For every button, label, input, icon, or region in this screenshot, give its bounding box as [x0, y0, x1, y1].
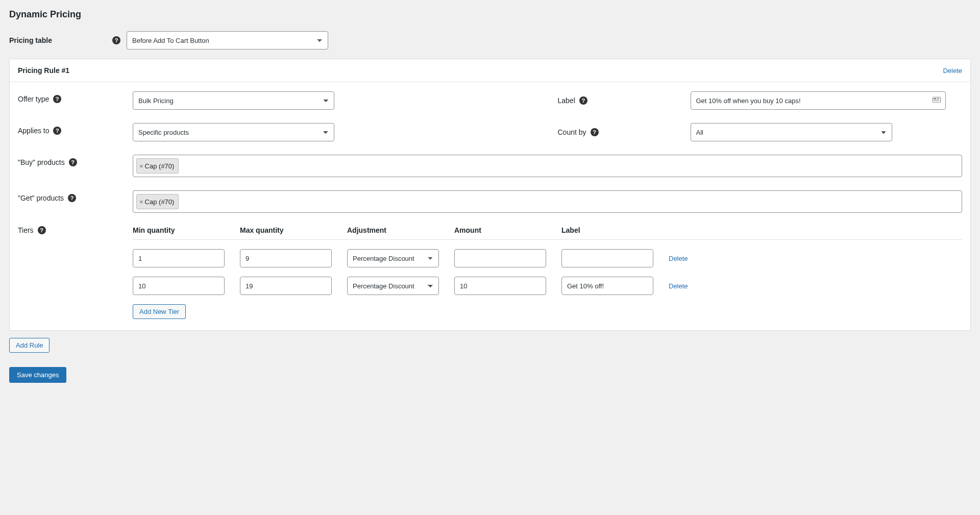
- rule-label-input[interactable]: [691, 91, 946, 110]
- buy-products-label: "Buy" products ?: [18, 155, 133, 166]
- tier-amount-input[interactable]: [454, 277, 546, 295]
- offer-type-select[interactable]: Bulk Pricing: [133, 91, 334, 110]
- tier-col-amount: Amount: [454, 226, 561, 234]
- tiers-label: Tiers ?: [18, 226, 133, 234]
- tier-adj-select[interactable]: Percentage Discount: [347, 277, 439, 295]
- card-icon: [933, 97, 941, 105]
- add-rule-button[interactable]: Add Rule: [9, 338, 50, 353]
- tier-min-input[interactable]: [133, 277, 225, 295]
- add-tier-button[interactable]: Add New Tier: [133, 304, 186, 319]
- pricing-table-label-text: Pricing table: [9, 36, 52, 44]
- help-icon[interactable]: ?: [38, 226, 46, 234]
- tier-label-input[interactable]: [561, 277, 653, 295]
- applies-to-select[interactable]: Specific products: [133, 123, 334, 141]
- rule-title: Pricing Rule #1: [18, 66, 69, 75]
- label-label: Label ?: [558, 96, 691, 105]
- applies-to-label: Applies to ?: [18, 123, 133, 135]
- tier-adj-select[interactable]: Percentage Discount: [347, 249, 439, 267]
- get-products-label: "Get" products ?: [18, 190, 133, 202]
- product-tag: × Cap (#70): [136, 194, 179, 209]
- save-changes-button[interactable]: Save changes: [9, 367, 66, 383]
- pricing-table-select[interactable]: Before Add To Cart Button: [127, 31, 328, 50]
- tier-col-max: Max quantity: [240, 226, 347, 234]
- delete-tier-link[interactable]: Delete: [669, 282, 688, 290]
- help-icon[interactable]: ?: [69, 158, 77, 166]
- svg-rect-0: [933, 97, 940, 103]
- page-title: Dynamic Pricing: [9, 9, 971, 20]
- tier-amount-input[interactable]: [454, 249, 546, 267]
- tier-col-min: Min quantity: [133, 226, 240, 234]
- remove-tag-icon[interactable]: ×: [139, 198, 143, 206]
- get-products-input[interactable]: × Cap (#70): [133, 190, 962, 213]
- tier-col-adj: Adjustment: [347, 226, 454, 234]
- product-tag: × Cap (#70): [136, 158, 179, 174]
- remove-tag-icon[interactable]: ×: [139, 162, 143, 170]
- buy-products-input[interactable]: × Cap (#70): [133, 155, 962, 177]
- help-icon[interactable]: ?: [53, 127, 61, 135]
- delete-tier-link[interactable]: Delete: [669, 255, 688, 262]
- offer-type-label: Offer type ?: [18, 91, 133, 103]
- help-icon[interactable]: ?: [68, 194, 76, 202]
- svg-rect-1: [934, 98, 936, 100]
- tier-row: Percentage Discount Delete: [133, 277, 962, 295]
- tier-col-label: Label: [561, 226, 669, 234]
- tier-max-input[interactable]: [240, 249, 332, 267]
- help-icon[interactable]: ?: [591, 128, 599, 136]
- count-by-select[interactable]: All: [691, 123, 892, 141]
- delete-rule-link[interactable]: Delete: [943, 67, 962, 75]
- help-icon[interactable]: ?: [53, 95, 61, 103]
- help-icon[interactable]: ?: [579, 96, 587, 105]
- help-icon[interactable]: ?: [112, 36, 120, 44]
- pricing-table-label: Pricing table ?: [9, 36, 127, 44]
- pricing-rule-panel: Pricing Rule #1 Delete Offer type ? Bulk…: [9, 59, 971, 331]
- tier-min-input[interactable]: [133, 249, 225, 267]
- count-by-label: Count by ?: [558, 128, 691, 136]
- tier-row: Percentage Discount Delete: [133, 249, 962, 267]
- tier-max-input[interactable]: [240, 277, 332, 295]
- tier-label-input[interactable]: [561, 249, 653, 267]
